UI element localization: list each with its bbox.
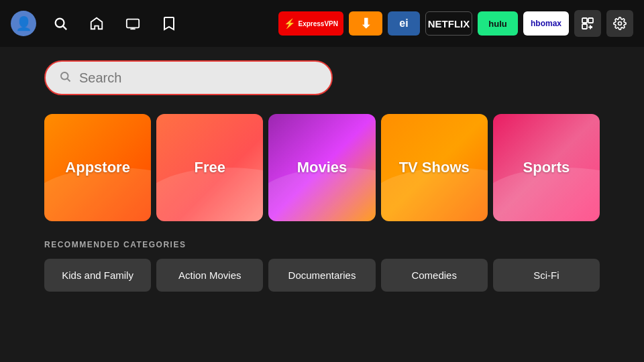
tile-sports-label: Sports xyxy=(523,159,570,176)
cat-documentaries[interactable]: Documentaries xyxy=(268,259,375,292)
tile-tvshows[interactable]: TV Shows xyxy=(381,114,488,221)
svg-rect-7 xyxy=(582,24,587,29)
nav-right-apps: ⚡ExpressVPN ⬇ ei NETFLIX hulu hbomax xyxy=(278,10,633,37)
tile-free[interactable]: Free xyxy=(156,114,263,221)
tile-movies[interactable]: Movies xyxy=(268,114,375,221)
category-tiles: Appstore Free Movies TV Shows Sports xyxy=(44,114,600,221)
svg-rect-6 xyxy=(588,18,593,23)
avatar[interactable]: 👤 xyxy=(11,11,36,36)
svg-rect-2 xyxy=(127,19,139,28)
netflix-badge[interactable]: NETFLIX xyxy=(425,11,472,36)
search-bar-container[interactable] xyxy=(44,60,333,95)
svg-line-1 xyxy=(63,26,66,29)
svg-rect-5 xyxy=(582,18,587,23)
svg-line-13 xyxy=(67,78,70,81)
tv-icon[interactable] xyxy=(121,11,145,36)
settings-button[interactable] xyxy=(606,10,633,37)
tile-appstore-label: Appstore xyxy=(65,159,130,176)
svg-point-0 xyxy=(56,19,64,27)
tile-movies-label: Movies xyxy=(297,159,347,176)
expressvpn-badge[interactable]: ⚡ExpressVPN xyxy=(278,11,343,36)
hbomax-badge[interactable]: hbomax xyxy=(523,11,569,36)
search-nav-icon[interactable] xyxy=(48,11,72,36)
bookmark-icon[interactable] xyxy=(157,11,181,36)
cat-sci-fi[interactable]: Sci-Fi xyxy=(493,259,600,292)
cat-comedies[interactable]: Comedies xyxy=(381,259,488,292)
search-bar-icon xyxy=(59,70,71,86)
tile-free-label: Free xyxy=(195,159,225,176)
hulu-badge[interactable]: hulu xyxy=(478,11,518,36)
search-input[interactable] xyxy=(79,70,318,86)
cat-kids-and-family[interactable]: Kids and Family xyxy=(44,259,151,292)
category-buttons-row: Kids and Family Action Movies Documentar… xyxy=(44,259,600,292)
downloader-badge[interactable]: ⬇ xyxy=(349,11,382,36)
cat-action-movies[interactable]: Action Movies xyxy=(156,259,263,292)
nav-left-icons: 👤 xyxy=(11,11,181,36)
tile-sports[interactable]: Sports xyxy=(493,114,600,221)
recommended-label: RECOMMENDED CATEGORIES xyxy=(44,240,600,249)
main-content: Appstore Free Movies TV Shows Sports REC… xyxy=(0,47,644,305)
grid-button[interactable] xyxy=(574,10,601,37)
tile-tvshows-label: TV Shows xyxy=(399,159,470,176)
tile-appstore[interactable]: Appstore xyxy=(44,114,151,221)
svg-point-11 xyxy=(619,22,622,25)
recommended-section: RECOMMENDED CATEGORIES Kids and Family A… xyxy=(44,240,600,292)
top-navigation: 👤 ⚡ExpressVPN xyxy=(0,0,644,47)
svg-point-12 xyxy=(61,72,68,80)
ei-badge[interactable]: ei xyxy=(388,11,420,36)
home-icon[interactable] xyxy=(85,11,109,36)
